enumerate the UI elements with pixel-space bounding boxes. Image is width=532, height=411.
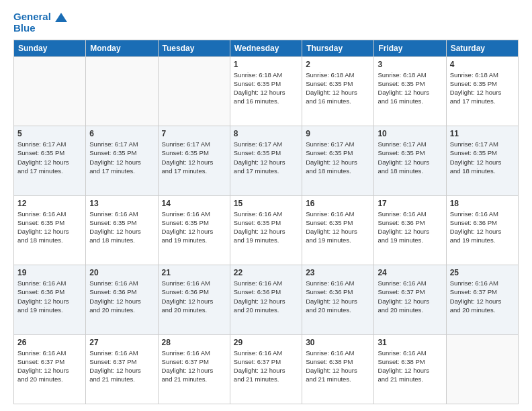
calendar-week-row: 1Sunrise: 6:18 AM Sunset: 6:35 PM Daylig… <box>14 56 519 126</box>
day-info: Sunrise: 6:17 AM Sunset: 6:35 PM Dayligh… <box>450 140 515 175</box>
calendar-cell <box>158 56 230 126</box>
day-info: Sunrise: 6:16 AM Sunset: 6:35 PM Dayligh… <box>234 210 298 245</box>
day-info: Sunrise: 6:16 AM Sunset: 6:36 PM Dayligh… <box>450 210 515 245</box>
calendar-cell: 1Sunrise: 6:18 AM Sunset: 6:35 PM Daylig… <box>230 56 302 126</box>
calendar-cell: 31Sunrise: 6:16 AM Sunset: 6:38 PM Dayli… <box>374 334 446 404</box>
day-number: 1 <box>234 60 298 69</box>
day-info: Sunrise: 6:16 AM Sunset: 6:37 PM Dayligh… <box>234 349 298 384</box>
calendar-week-row: 5Sunrise: 6:17 AM Sunset: 6:35 PM Daylig… <box>14 126 519 196</box>
day-number: 30 <box>306 338 370 347</box>
day-info: Sunrise: 6:16 AM Sunset: 6:35 PM Dayligh… <box>306 210 370 245</box>
day-header-thursday: Thursday <box>302 40 374 56</box>
calendar-cell: 29Sunrise: 6:16 AM Sunset: 6:37 PM Dayli… <box>230 334 302 404</box>
day-number: 7 <box>162 129 226 138</box>
day-info: Sunrise: 6:16 AM Sunset: 6:35 PM Dayligh… <box>17 210 82 245</box>
day-number: 10 <box>378 129 442 138</box>
day-number: 18 <box>450 199 515 208</box>
calendar-cell: 2Sunrise: 6:18 AM Sunset: 6:35 PM Daylig… <box>302 56 374 126</box>
day-header-tuesday: Tuesday <box>158 40 230 56</box>
day-info: Sunrise: 6:16 AM Sunset: 6:37 PM Dayligh… <box>17 349 82 384</box>
day-number: 14 <box>162 199 226 208</box>
calendar-cell: 20Sunrise: 6:16 AM Sunset: 6:36 PM Dayli… <box>86 265 158 335</box>
logo-text: General <box>13 11 67 22</box>
calendar-cell: 23Sunrise: 6:16 AM Sunset: 6:36 PM Dayli… <box>302 265 374 335</box>
day-info: Sunrise: 6:16 AM Sunset: 6:36 PM Dayligh… <box>306 279 370 314</box>
day-info: Sunrise: 6:18 AM Sunset: 6:35 PM Dayligh… <box>234 71 298 106</box>
day-info: Sunrise: 6:17 AM Sunset: 6:35 PM Dayligh… <box>378 140 442 175</box>
day-info: Sunrise: 6:16 AM Sunset: 6:37 PM Dayligh… <box>378 279 442 314</box>
calendar-cell: 21Sunrise: 6:16 AM Sunset: 6:36 PM Dayli… <box>158 265 230 335</box>
calendar-week-row: 19Sunrise: 6:16 AM Sunset: 6:36 PM Dayli… <box>14 265 519 335</box>
day-info: Sunrise: 6:16 AM Sunset: 6:36 PM Dayligh… <box>162 279 226 314</box>
day-number: 20 <box>89 268 154 277</box>
calendar-cell: 4Sunrise: 6:18 AM Sunset: 6:35 PM Daylig… <box>446 56 518 126</box>
day-number: 4 <box>450 60 515 69</box>
day-number: 12 <box>17 199 82 208</box>
calendar-cell: 6Sunrise: 6:17 AM Sunset: 6:35 PM Daylig… <box>86 126 158 196</box>
calendar-cell: 22Sunrise: 6:16 AM Sunset: 6:36 PM Dayli… <box>230 265 302 335</box>
day-number: 23 <box>306 268 370 277</box>
calendar-cell: 8Sunrise: 6:17 AM Sunset: 6:35 PM Daylig… <box>230 126 302 196</box>
logo: General Blue <box>13 11 67 34</box>
page: General Blue SundayMondayTuesdayWednesda… <box>0 0 532 411</box>
svg-marker-0 <box>55 13 67 22</box>
calendar-cell: 11Sunrise: 6:17 AM Sunset: 6:35 PM Dayli… <box>446 126 518 196</box>
day-header-wednesday: Wednesday <box>230 40 302 56</box>
day-number: 11 <box>450 129 515 138</box>
day-info: Sunrise: 6:16 AM Sunset: 6:36 PM Dayligh… <box>17 279 82 314</box>
calendar-header-row: SundayMondayTuesdayWednesdayThursdayFrid… <box>14 40 519 56</box>
day-info: Sunrise: 6:18 AM Sunset: 6:35 PM Dayligh… <box>306 71 370 106</box>
day-info: Sunrise: 6:17 AM Sunset: 6:35 PM Dayligh… <box>306 140 370 175</box>
day-info: Sunrise: 6:16 AM Sunset: 6:37 PM Dayligh… <box>450 279 515 314</box>
day-info: Sunrise: 6:17 AM Sunset: 6:35 PM Dayligh… <box>162 140 226 175</box>
day-number: 24 <box>378 268 442 277</box>
calendar-cell: 30Sunrise: 6:16 AM Sunset: 6:38 PM Dayli… <box>302 334 374 404</box>
calendar-cell: 24Sunrise: 6:16 AM Sunset: 6:37 PM Dayli… <box>374 265 446 335</box>
day-number: 22 <box>234 268 298 277</box>
calendar-cell: 9Sunrise: 6:17 AM Sunset: 6:35 PM Daylig… <box>302 126 374 196</box>
day-info: Sunrise: 6:16 AM Sunset: 6:36 PM Dayligh… <box>89 279 154 314</box>
calendar-cell: 15Sunrise: 6:16 AM Sunset: 6:35 PM Dayli… <box>230 195 302 265</box>
day-info: Sunrise: 6:17 AM Sunset: 6:35 PM Dayligh… <box>234 140 298 175</box>
day-number: 9 <box>306 129 370 138</box>
day-info: Sunrise: 6:16 AM Sunset: 6:35 PM Dayligh… <box>89 210 154 245</box>
day-number: 17 <box>378 199 442 208</box>
calendar-cell: 18Sunrise: 6:16 AM Sunset: 6:36 PM Dayli… <box>446 195 518 265</box>
day-number: 21 <box>162 268 226 277</box>
calendar-cell: 25Sunrise: 6:16 AM Sunset: 6:37 PM Dayli… <box>446 265 518 335</box>
day-info: Sunrise: 6:17 AM Sunset: 6:35 PM Dayligh… <box>17 140 82 175</box>
calendar-cell: 28Sunrise: 6:16 AM Sunset: 6:37 PM Dayli… <box>158 334 230 404</box>
day-number: 3 <box>378 60 442 69</box>
day-number: 26 <box>17 338 82 347</box>
day-number: 19 <box>17 268 82 277</box>
calendar-cell: 16Sunrise: 6:16 AM Sunset: 6:35 PM Dayli… <box>302 195 374 265</box>
day-number: 8 <box>234 129 298 138</box>
day-info: Sunrise: 6:16 AM Sunset: 6:35 PM Dayligh… <box>162 210 226 245</box>
day-info: Sunrise: 6:17 AM Sunset: 6:35 PM Dayligh… <box>89 140 154 175</box>
calendar-cell <box>14 56 86 126</box>
day-info: Sunrise: 6:16 AM Sunset: 6:37 PM Dayligh… <box>89 349 154 384</box>
day-header-saturday: Saturday <box>446 40 518 56</box>
day-info: Sunrise: 6:16 AM Sunset: 6:38 PM Dayligh… <box>378 349 442 384</box>
calendar-cell: 10Sunrise: 6:17 AM Sunset: 6:35 PM Dayli… <box>374 126 446 196</box>
day-info: Sunrise: 6:16 AM Sunset: 6:37 PM Dayligh… <box>162 349 226 384</box>
day-number: 16 <box>306 199 370 208</box>
calendar-cell: 27Sunrise: 6:16 AM Sunset: 6:37 PM Dayli… <box>86 334 158 404</box>
day-info: Sunrise: 6:16 AM Sunset: 6:38 PM Dayligh… <box>306 349 370 384</box>
calendar-cell: 5Sunrise: 6:17 AM Sunset: 6:35 PM Daylig… <box>14 126 86 196</box>
day-header-sunday: Sunday <box>14 40 86 56</box>
day-info: Sunrise: 6:18 AM Sunset: 6:35 PM Dayligh… <box>450 71 515 106</box>
calendar-cell: 13Sunrise: 6:16 AM Sunset: 6:35 PM Dayli… <box>86 195 158 265</box>
day-info: Sunrise: 6:16 AM Sunset: 6:36 PM Dayligh… <box>378 210 442 245</box>
logo-icon <box>55 13 67 22</box>
calendar-cell <box>446 334 518 404</box>
calendar-week-row: 12Sunrise: 6:16 AM Sunset: 6:35 PM Dayli… <box>14 195 519 265</box>
day-number: 2 <box>306 60 370 69</box>
calendar-week-row: 26Sunrise: 6:16 AM Sunset: 6:37 PM Dayli… <box>14 334 519 404</box>
calendar-cell: 26Sunrise: 6:16 AM Sunset: 6:37 PM Dayli… <box>14 334 86 404</box>
calendar-cell: 12Sunrise: 6:16 AM Sunset: 6:35 PM Dayli… <box>14 195 86 265</box>
day-number: 5 <box>17 129 82 138</box>
day-number: 6 <box>89 129 154 138</box>
day-number: 15 <box>234 199 298 208</box>
calendar-cell: 7Sunrise: 6:17 AM Sunset: 6:35 PM Daylig… <box>158 126 230 196</box>
